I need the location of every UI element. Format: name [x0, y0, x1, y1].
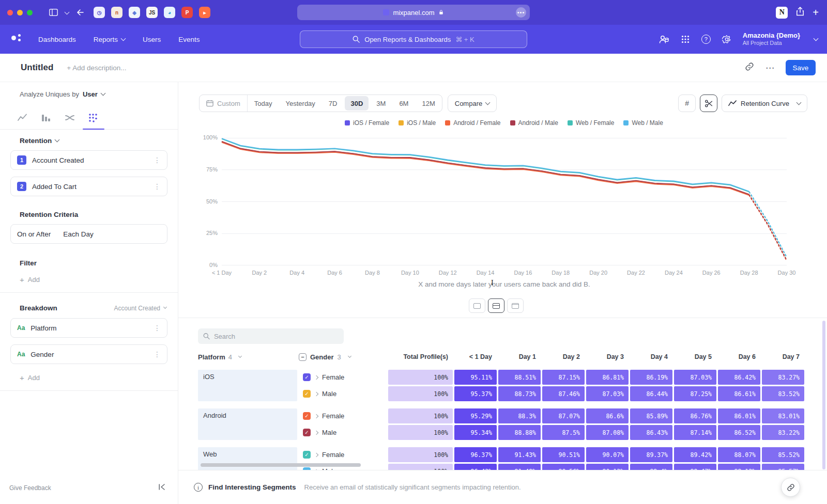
- save-button[interactable]: Save: [786, 60, 816, 75]
- range-30d[interactable]: 30D: [345, 96, 369, 111]
- range-6m[interactable]: 6M: [392, 95, 415, 112]
- mixpanel-logo[interactable]: [11, 34, 25, 44]
- report-title[interactable]: Untitled: [21, 62, 53, 73]
- url-menu-icon[interactable]: •••: [516, 7, 526, 18]
- range-custom[interactable]: Custom: [200, 95, 248, 112]
- more-options-icon[interactable]: ⋯: [765, 62, 774, 73]
- back-icon[interactable]: [76, 9, 84, 16]
- cloud-extension-icon[interactable]: ◕: [164, 7, 175, 18]
- help-icon[interactable]: ?: [701, 35, 711, 44]
- gender-cell[interactable]: ✓Male: [299, 386, 387, 401]
- criteria-interval[interactable]: Each Day: [63, 230, 94, 238]
- nav-item-events[interactable]: Events: [178, 36, 200, 43]
- breakdown-scope-selector[interactable]: Account Created: [114, 305, 166, 312]
- annotations-button[interactable]: #: [678, 94, 696, 112]
- range-12m[interactable]: 12M: [415, 95, 441, 112]
- clock-extension-icon[interactable]: ◷: [94, 7, 105, 18]
- column-day-2[interactable]: Day 2: [542, 353, 585, 360]
- column-gender[interactable]: – Gender 3: [299, 353, 387, 361]
- breakdown-menu-icon[interactable]: ⋮: [154, 350, 161, 358]
- series-checkbox[interactable]: ✓: [303, 373, 311, 381]
- data-management-icon[interactable]: [658, 34, 669, 45]
- url-bar[interactable]: mixpanel.com •••: [297, 5, 530, 20]
- range-today[interactable]: Today: [248, 95, 279, 112]
- share-report-button[interactable]: [781, 478, 800, 497]
- series-line-android-female[interactable]: [749, 195, 787, 261]
- cube-extension-icon[interactable]: ◈: [129, 7, 140, 18]
- copy-link-icon[interactable]: [745, 62, 754, 73]
- legend-web-male[interactable]: Web / Male: [623, 118, 663, 128]
- horizontal-scrollbar[interactable]: [201, 463, 361, 467]
- select-all-checkbox[interactable]: –: [299, 353, 307, 361]
- breakdown-platform[interactable]: Aa Platform ⋮: [10, 318, 167, 338]
- step-added-to-cart[interactable]: 2 Added To Cart ⋮: [10, 177, 167, 196]
- add-description[interactable]: + Add description...: [67, 64, 126, 72]
- series-checkbox[interactable]: ✓: [303, 451, 311, 459]
- notion-icon[interactable]: N: [776, 7, 788, 19]
- vertical-scrollbar[interactable]: [822, 321, 825, 469]
- table-search-input[interactable]: [214, 333, 339, 340]
- new-tab-icon[interactable]: +: [813, 7, 819, 19]
- series-line-web-male[interactable]: [222, 138, 749, 192]
- give-feedback-link[interactable]: Give Feedback: [9, 484, 51, 492]
- expand-chevron-icon[interactable]: [314, 391, 318, 396]
- column-platform[interactable]: Platform 4: [198, 353, 297, 361]
- legend-ios-male[interactable]: iOS / Male: [399, 118, 436, 128]
- apps-grid-icon[interactable]: [680, 34, 691, 45]
- breakdown-menu-icon[interactable]: ⋮: [154, 324, 161, 332]
- retention-section-label[interactable]: Retention: [20, 137, 52, 145]
- video-extension-icon[interactable]: ▸: [199, 7, 210, 18]
- add-breakdown-button[interactable]: + Add: [20, 373, 166, 382]
- close-window-button[interactable]: [7, 10, 13, 15]
- n-extension-icon[interactable]: n: [111, 7, 122, 18]
- layout-table-only-button[interactable]: [507, 298, 524, 313]
- analyze-entity-selector[interactable]: User: [83, 90, 98, 98]
- column-total-profiles[interactable]: Total Profile(s): [388, 353, 453, 360]
- tab-funnels[interactable]: [39, 106, 53, 129]
- column-day-1[interactable]: Day 1: [498, 353, 541, 360]
- nav-item-users[interactable]: Users: [143, 36, 161, 43]
- range-yesterday[interactable]: Yesterday: [279, 95, 322, 112]
- table-search[interactable]: [198, 328, 344, 344]
- find-segments-link[interactable]: Find Interesting Segments: [208, 483, 296, 491]
- add-filter-button[interactable]: + Add: [20, 275, 166, 284]
- column-day-5[interactable]: Day 5: [674, 353, 716, 360]
- series-checkbox[interactable]: ✓: [303, 429, 311, 436]
- minimize-window-button[interactable]: [17, 10, 23, 15]
- global-search-button[interactable]: Open Reports & Dashboards ⌘ + K: [300, 30, 527, 48]
- layout-chart-only-button[interactable]: [469, 298, 485, 313]
- tab-retention[interactable]: [87, 106, 100, 129]
- column-day-7[interactable]: Day 7: [762, 353, 804, 360]
- layout-chart-and-table-button[interactable]: [488, 298, 504, 313]
- tab-insights[interactable]: [16, 106, 29, 129]
- step-account-created[interactable]: 1 Account Created ⋮: [10, 150, 167, 170]
- column-day-6[interactable]: Day 6: [718, 353, 760, 360]
- legend-web-female[interactable]: Web / Female: [568, 118, 614, 128]
- gender-cell[interactable]: ✓Female: [299, 408, 387, 423]
- chart-type-selector[interactable]: Retention Curve: [722, 94, 807, 112]
- retention-criteria-selector[interactable]: On or After Each Day: [10, 224, 167, 244]
- column-day-4[interactable]: Day 4: [630, 353, 672, 360]
- legend-android-female[interactable]: Android / Female: [445, 118, 500, 128]
- gender-cell[interactable]: ✓Male: [299, 425, 387, 440]
- criteria-mode[interactable]: On or After: [17, 230, 51, 238]
- gender-cell[interactable]: ✓Female: [299, 370, 387, 385]
- chart-plot-area[interactable]: 0%25%50%75%100%: [222, 138, 787, 265]
- compare-button[interactable]: Compare: [448, 94, 497, 112]
- nav-item-reports[interactable]: Reports: [94, 36, 125, 43]
- expand-chevron-icon[interactable]: [314, 430, 318, 434]
- expand-chevron-icon[interactable]: [314, 414, 318, 418]
- series-line-android-male[interactable]: [749, 194, 787, 260]
- breakdown-gender[interactable]: Aa Gender ⋮: [10, 344, 167, 364]
- js-extension-icon[interactable]: JS: [146, 7, 158, 18]
- segment-tool-button[interactable]: [700, 94, 717, 112]
- share-icon[interactable]: [796, 7, 804, 18]
- column-day-3[interactable]: Day 3: [586, 353, 629, 360]
- zoom-window-button[interactable]: [27, 10, 33, 15]
- p-extension-icon[interactable]: P: [181, 7, 193, 18]
- legend-android-male[interactable]: Android / Male: [510, 118, 558, 128]
- expand-chevron-icon[interactable]: [314, 452, 318, 456]
- expand-chevron-icon[interactable]: [314, 375, 318, 379]
- sidebar-toggle-icon[interactable]: [49, 9, 58, 16]
- column-1-day[interactable]: < 1 Day: [454, 353, 497, 360]
